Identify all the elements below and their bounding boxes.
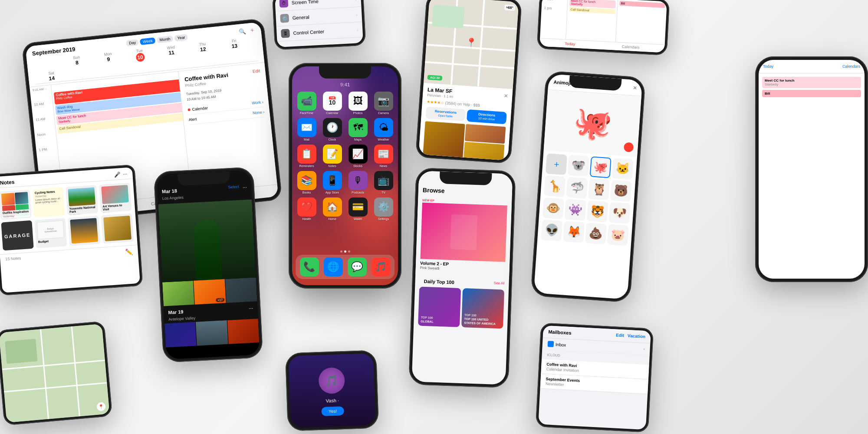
animoji-octopus[interactable]: 🐙 <box>590 156 612 178</box>
cal2-today[interactable]: Today <box>565 41 575 46</box>
yosemite-img <box>68 187 95 206</box>
dock-safari[interactable]: 🌐 <box>322 257 344 276</box>
notes-more-icon[interactable]: ··· <box>123 171 128 178</box>
animoji-shark[interactable]: 🦈 <box>566 177 588 199</box>
compose-icon[interactable]: ✏️ <box>125 248 133 256</box>
app-health[interactable]: ❤️ Health <box>296 197 318 220</box>
app-news[interactable]: 📰 News <box>372 145 395 168</box>
app-facetime[interactable]: 📹 FaceTime <box>296 92 318 115</box>
mail-edit-btn[interactable]: Edit <box>616 332 624 338</box>
music-album-art[interactable] <box>420 203 507 262</box>
app-weather[interactable]: 🌤 Weather <box>372 118 395 141</box>
app-appstore[interactable]: 📱 App Store <box>321 171 343 194</box>
phone-icon: 📞 <box>300 257 319 276</box>
siri-device: 🎵 Vash · Yes! <box>285 350 379 431</box>
note-art-venues[interactable]: Art Venues to Visit Sunday <box>99 183 132 213</box>
maps-place-card: La Mar SF Peruvian · 1.1 mi ★★★★☆ (3584)… <box>418 83 513 161</box>
animoji-poop[interactable]: 💩 <box>585 223 607 244</box>
dock-music[interactable]: 🎵 <box>370 257 392 276</box>
far-event-2[interactable]: Bill <box>762 90 861 97</box>
chart-usa[interactable]: TOP 100 TOP 100 UNITED STATES OF AMERICA <box>461 288 504 329</box>
app-calendar[interactable]: TUE 10 Calendar <box>321 92 343 115</box>
animoji-alien[interactable]: 👽 <box>541 220 562 241</box>
animoji-dog[interactable]: 🐶 <box>608 202 630 224</box>
directions-btn[interactable]: Directions10 min drive <box>467 109 507 124</box>
music-device: Browse NEW EP Volume 2 - EP Pink Sweat$ … <box>408 168 516 388</box>
maps2-location-icon[interactable]: 📍 <box>96 402 106 411</box>
animoji-bear[interactable]: 🐻 <box>610 180 632 202</box>
photo-gray-1 <box>196 320 228 346</box>
app-settings[interactable]: ⚙️ Settings <box>372 197 395 220</box>
app-camera[interactable]: 📷 Camera <box>372 92 395 115</box>
photos-more-btn[interactable]: ··· <box>242 184 247 191</box>
add-event-icon[interactable]: ＋ <box>249 26 255 34</box>
maps-action-buttons: ReservationsOpenTable Directions10 min d… <box>425 107 507 125</box>
search-icon[interactable]: 🔍 <box>239 28 246 35</box>
notes-mic-icon[interactable]: 🎤 <box>114 171 121 178</box>
far-event-1[interactable]: Meet CC for lunch Starbelly <box>762 77 861 88</box>
view-week-btn[interactable]: Week <box>140 37 155 45</box>
view-day-btn[interactable]: Day <box>126 39 138 46</box>
note-yosemite[interactable]: Yosemite National Park Yesterday <box>66 185 98 215</box>
app-maps[interactable]: 🗺 Maps <box>347 118 369 141</box>
animoji-robot[interactable]: 👾 <box>565 199 586 221</box>
photos-select-btn[interactable]: Select <box>228 184 239 191</box>
animoji-cat[interactable]: 🐱 <box>612 158 633 180</box>
note-garage[interactable]: GARAGE <box>1 220 33 251</box>
note-outfits[interactable]: Outfits Inspiration Yesterday <box>0 190 32 220</box>
see-all-btn[interactable]: See All <box>494 281 505 286</box>
app-stocks[interactable]: 📈 Stocks <box>347 145 369 168</box>
app-home[interactable]: 🏠 Home <box>321 197 343 220</box>
maps-photo-1 <box>423 122 465 159</box>
animoji-record-btn[interactable] <box>624 142 634 152</box>
app-tv[interactable]: 📺 TV <box>372 171 395 194</box>
general-icon: ⚙️ <box>280 14 289 23</box>
map-temp: ≈68° <box>504 4 515 11</box>
page-dot-1 <box>340 250 342 253</box>
detail-edit-btn[interactable]: Edit <box>252 68 260 74</box>
photos-more-btn-2[interactable]: ··· <box>249 305 253 312</box>
app-books[interactable]: 📚 Books <box>296 171 318 194</box>
view-year-btn[interactable]: Year <box>174 34 188 41</box>
animoji-add-btn[interactable]: ＋ <box>546 153 567 175</box>
photo-orange-1: +17 <box>194 279 226 305</box>
photo-dark-1 <box>225 277 257 303</box>
animoji-giraffe[interactable]: 🦒 <box>544 175 566 197</box>
animoji-monkey[interactable]: 🐵 <box>542 197 564 219</box>
app-reminders[interactable]: 📋 Reminders <box>296 145 318 168</box>
chart-global[interactable]: TOP 100 GLOBAL <box>418 287 461 327</box>
far-right-calendars[interactable]: Calendars <box>842 64 860 69</box>
note-budget[interactable]: BudgetSpreadsheet Budget <box>34 218 67 248</box>
animoji-fox[interactable]: 🦊 <box>563 221 585 243</box>
app-podcasts[interactable]: 🎙 Podcasts <box>347 171 369 194</box>
view-month-btn[interactable]: Month <box>157 36 173 43</box>
close-btn[interactable]: × <box>503 92 508 100</box>
day-col-tue[interactable]: Tue 10 <box>123 47 156 63</box>
animoji-close-btn[interactable]: × <box>633 84 637 92</box>
far-right-tabs: Today Calendars <box>763 64 860 69</box>
app-clock[interactable]: 🕐 Clock <box>321 118 343 141</box>
animoji-owl[interactable]: 🦉 <box>588 178 610 200</box>
dock-phone[interactable]: 📞 <box>298 257 320 276</box>
note-landscapes[interactable] <box>68 216 100 246</box>
note-places[interactable] <box>101 214 134 244</box>
reservations-btn[interactable]: ReservationsOpenTable <box>425 107 466 122</box>
app-notes[interactable]: 📝 Notes <box>321 145 343 168</box>
mail-vacation-btn[interactable]: Vacation <box>628 333 646 339</box>
app-mail[interactable]: ✉️ Mail <box>296 118 318 141</box>
control-center-label: Control Center <box>293 29 324 36</box>
mailboxes-title: Mailboxes <box>548 329 572 335</box>
stocks-icon: 📈 <box>349 145 368 164</box>
siri-yes-button[interactable]: Yes! <box>322 406 344 416</box>
animoji-pig[interactable]: 🐷 <box>607 224 629 246</box>
app-photos[interactable]: 🖼 Photos <box>347 92 369 115</box>
cal2-bill-event[interactable]: Bill <box>619 1 665 8</box>
animoji-koala[interactable]: 🐨 <box>568 155 589 177</box>
dock-messages[interactable]: 💬 <box>346 257 368 276</box>
animoji-tiger[interactable]: 🐯 <box>586 201 608 222</box>
cal2-calendars[interactable]: Calendars <box>621 44 639 49</box>
note-cycling[interactable]: Cycling Notes Yesterday Lorem ipsum dolo… <box>32 187 65 217</box>
far-right-today[interactable]: Today <box>763 64 773 69</box>
app-wallet[interactable]: 💳 Wallet <box>347 197 369 220</box>
animoji-title: Animoji <box>553 79 571 86</box>
